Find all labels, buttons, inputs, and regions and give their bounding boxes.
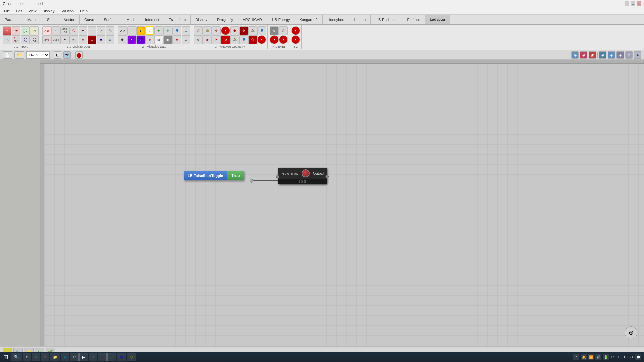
view-icon-5[interactable]: ◈ (608, 51, 615, 59)
tab-human[interactable]: Human (349, 15, 371, 24)
tab-sets[interactable]: Sets (42, 15, 59, 24)
toolbar-icon-v-12[interactable]: ◈ (145, 35, 154, 44)
toolbar-icon-8[interactable]: B8A2 (30, 35, 39, 44)
tab-hb-energy[interactable]: HB-Energy (267, 15, 295, 24)
toolbar-icon-v-11[interactable]: ○ (136, 35, 145, 44)
taskbar-vscode[interactable]: ◈ (61, 353, 69, 361)
taskbar-explorer[interactable]: 📁 (50, 353, 60, 361)
fit-view-button[interactable]: ⊡ (54, 51, 61, 59)
toolbar-icon-g-13[interactable]: 🚴 (230, 35, 239, 44)
toolbar-icon-g-15[interactable]: ⬡ (248, 35, 257, 44)
taskbar-terminal[interactable]: ▶ (79, 353, 88, 361)
taskbar-pycharm[interactable]: P (70, 353, 79, 361)
taskbar-app2[interactable]: ⬡ (107, 353, 116, 361)
taskbar-sys-sound[interactable]: 🔊 (595, 354, 601, 360)
toolbar-icon-ad-15[interactable]: ★ (97, 35, 105, 44)
toolbar-icon-ad-7[interactable]: ↗ (97, 26, 105, 35)
menu-view[interactable]: View (26, 8, 39, 14)
view-icon-2[interactable]: ◈ (580, 51, 587, 59)
toolbar-icon-g-2[interactable]: 🚵 (203, 26, 212, 35)
taskbar-sys-2[interactable]: 🔔 (581, 354, 587, 360)
search-button[interactable]: 🔍 (11, 353, 22, 361)
menu-display[interactable]: Display (40, 8, 57, 14)
tab-maths[interactable]: Maths (22, 15, 42, 24)
view-icon-8[interactable]: ● (634, 51, 641, 59)
tab-display[interactable]: Display (191, 15, 212, 24)
view-icon-6[interactable]: ◈ (616, 51, 624, 59)
toolbar-icon-ad-13[interactable]: ♣ (79, 35, 87, 44)
tab-intersect[interactable]: Intersect (140, 15, 164, 24)
toolbar-icon-ad-2[interactable]: + (51, 26, 60, 35)
toolbar-icon-e-2[interactable]: ⬡ (279, 26, 288, 35)
toolbar-icon-v-15[interactable]: ◉ (172, 35, 181, 44)
toolbar-icon-ad-4[interactable]: ⬡ (69, 26, 78, 35)
corner-navigator[interactable]: ⊕ (625, 326, 637, 339)
toolbar-icon-v-4[interactable]: ○ (145, 26, 154, 35)
toolbar-icon-ad-6[interactable]: ↕ (88, 26, 96, 35)
new-button[interactable]: 📄 (3, 51, 12, 59)
toolbar-icon-v-3[interactable]: ● (136, 26, 145, 35)
false-start-toggle-node[interactable]: LB FalseStartToggle True (184, 171, 244, 180)
toolbar-icon-g-16[interactable]: ● (257, 35, 266, 44)
toolbar-icon-v-7[interactable]: 👤 (172, 26, 181, 35)
minimize-button[interactable]: ─ (625, 1, 629, 6)
epw-map-box[interactable]: _epw_map Output 1.3.0 (278, 168, 327, 184)
maximize-button[interactable]: □ (631, 1, 635, 6)
epw-map-node[interactable]: _epw_map Output 1.3.0 (278, 168, 327, 184)
tab-curve[interactable]: Curve (80, 15, 99, 24)
tab-vector[interactable]: Vector (59, 15, 80, 24)
taskbar-spotify[interactable]: ♫ (32, 353, 40, 361)
view-icon-1[interactable]: ◈ (571, 51, 579, 59)
toolbar-icon-g-1[interactable]: ⬡ (194, 26, 203, 35)
toolbar-icon-v-5[interactable]: ✳ (154, 26, 163, 35)
menu-help[interactable]: Help (77, 8, 90, 14)
toolbar-icon-g-7[interactable]: 🚴 (248, 26, 257, 35)
tab-transform[interactable]: Transform (164, 15, 191, 24)
toolbar-icon-v-1[interactable]: ↗↙ (118, 26, 127, 35)
zoom-selector[interactable]: 147% 100% 50% 200% (26, 51, 50, 59)
tab-kangaroo2[interactable]: Kangaroo2 (295, 15, 323, 24)
tab-honeybee[interactable]: Honeybee (323, 15, 349, 24)
taskbar-sys-network[interactable]: 📶 (588, 354, 594, 360)
tab-hb-radiance[interactable]: HB-Radiance (371, 15, 402, 24)
toolbar-icon-ad-14[interactable]: ⬡ (88, 35, 96, 44)
tab-params[interactable]: Params (0, 15, 22, 24)
taskbar-sys-notifications[interactable]: 💬 (635, 354, 641, 360)
toggle-visibility-button[interactable]: 👁 (63, 51, 71, 59)
taskbar-app3[interactable]: ⬡ (117, 353, 126, 361)
toolbar-icon-2[interactable]: I❤ (12, 26, 20, 35)
toolbar-icon-e-1[interactable]: ⊕ (270, 26, 279, 35)
close-button[interactable]: ✕ (637, 1, 641, 6)
toolbar-icon-6[interactable]: 1→NY (12, 35, 20, 44)
toolbar-icon-g-10[interactable]: ◉ (203, 35, 212, 44)
toolbar-icon-v-14[interactable]: ▣ (163, 35, 172, 44)
main-canvas[interactable]: LB FalseStartToggle True _epw_map (44, 64, 644, 346)
view-icon-3[interactable]: ◉ (589, 51, 596, 59)
toolbar-icon-ad-16[interactable]: ⊕ (106, 35, 114, 44)
toolbar-icon-3[interactable]: NYNY (21, 26, 30, 35)
toolbar-icon-v-8[interactable]: ⬡ (182, 26, 190, 35)
toolbar-icon-e-3[interactable]: ● (270, 35, 279, 44)
toolbar-icon-ad-1[interactable]: A·B (42, 26, 51, 35)
toolbar-icon-g-4[interactable]: ● (221, 26, 230, 35)
toolbar-icon-v-9[interactable]: ⬢ (118, 35, 127, 44)
toolbar-icon-v-10[interactable]: ● (127, 35, 136, 44)
toolbar-icon-g-11[interactable]: ⚑ (212, 35, 221, 44)
taskbar-app4[interactable]: ⬡ (127, 353, 136, 361)
menu-solution[interactable]: Solution (58, 8, 77, 14)
view-icon-7[interactable]: ○ (625, 51, 633, 59)
taskbar-app1[interactable]: ⬡ (98, 353, 107, 361)
toolbar-icon-5[interactable]: 🔍 (3, 35, 11, 44)
toolbar-icon-e-4[interactable]: ● (279, 35, 288, 44)
toolbar-icon-g-12[interactable]: ⚙ (221, 35, 230, 44)
toolbar-icon-1[interactable]: ☀ (3, 26, 11, 35)
toolbar-icon-g-6[interactable]: ⚙ (239, 26, 248, 35)
tab-surface[interactable]: Surface (99, 15, 121, 24)
toolbar-icon-ad-5[interactable]: ✦ (79, 26, 87, 35)
toolbar-icon-g-3[interactable]: ⚙ (212, 26, 221, 35)
taskbar-minecraft[interactable]: M (41, 353, 49, 361)
toolbar-icon-ad-8[interactable]: 🔧 (106, 26, 114, 35)
toolbar-icon-7[interactable]: B8A1 (21, 35, 30, 44)
taskbar-sys-battery[interactable]: 🔋 (603, 354, 609, 360)
toolbar-icon-ad-12[interactable]: ◎ (69, 35, 78, 44)
